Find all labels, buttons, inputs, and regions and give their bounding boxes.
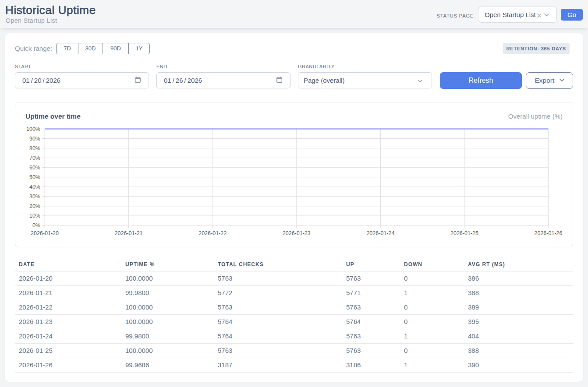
svg-text:100%: 100% (26, 126, 40, 132)
svg-text:2026-01-23: 2026-01-23 (283, 230, 311, 236)
svg-text:2026-01-21: 2026-01-21 (115, 230, 143, 236)
svg-text:50%: 50% (29, 174, 40, 180)
svg-text:2026-01-26: 2026-01-26 (535, 230, 563, 236)
svg-text:70%: 70% (29, 155, 40, 161)
svg-text:10%: 10% (29, 213, 40, 219)
svg-text:40%: 40% (29, 184, 40, 190)
svg-text:90%: 90% (29, 136, 40, 142)
svg-text:0%: 0% (32, 222, 40, 229)
svg-text:2026-01-22: 2026-01-22 (198, 230, 227, 236)
svg-text:30%: 30% (29, 194, 40, 200)
svg-text:80%: 80% (29, 145, 40, 151)
svg-text:20%: 20% (29, 203, 40, 209)
svg-text:2026-01-20: 2026-01-20 (31, 230, 59, 236)
svg-text:60%: 60% (29, 165, 40, 171)
svg-text:2026-01-24: 2026-01-24 (366, 230, 394, 236)
svg-text:2026-01-25: 2026-01-25 (450, 230, 478, 236)
